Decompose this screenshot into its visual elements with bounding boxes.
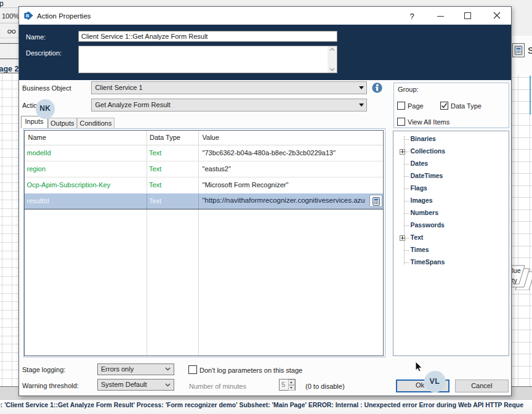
- svg-text:lue: lue: [512, 267, 521, 274]
- svg-text:B: B: [26, 13, 30, 18]
- svg-text:ty: ty: [512, 277, 518, 284]
